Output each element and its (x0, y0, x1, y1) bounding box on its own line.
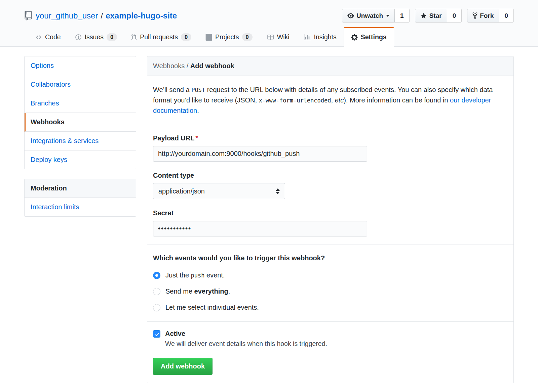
radio-label: Let me select individual events. (165, 304, 259, 311)
repo-title: your_github_user / example-hugo-site (24, 11, 177, 20)
star-label: Star (429, 12, 442, 19)
tab-issues[interactable]: Issues 0 (68, 27, 124, 46)
active-section: Active We will deliver event details whe… (147, 321, 513, 383)
radio-everything[interactable] (153, 288, 160, 295)
star-count[interactable]: 0 (447, 9, 462, 23)
webhook-description: We’ll send a POST request to the URL bel… (153, 84, 506, 118)
events-question: Which events would you like to trigger t… (153, 254, 508, 262)
eye-icon (347, 12, 354, 19)
tab-wiki[interactable]: Wiki (260, 27, 297, 46)
sidebar-item-webhooks[interactable]: Webhooks (25, 113, 136, 132)
description-text: . (197, 107, 199, 114)
breadcrumb: Webhooks / Add webhook (147, 56, 513, 76)
post-code: POST (191, 87, 205, 93)
fork-label: Fork (480, 12, 494, 19)
page-header: your_github_user / example-hugo-site Unw… (0, 0, 538, 47)
repo-name-link[interactable]: example-hugo-site (106, 11, 177, 20)
code-icon (35, 34, 42, 40)
graph-icon (304, 34, 311, 41)
webhook-description-section: We’ll send a POST request to the URL bel… (147, 76, 513, 126)
issues-count-badge: 0 (107, 33, 117, 41)
star-group: Star 0 (415, 9, 462, 23)
tab-label: Code (45, 33, 61, 41)
tab-settings[interactable]: Settings (344, 27, 394, 46)
pull-requests-count-badge: 0 (181, 33, 191, 41)
repo-path-separator: / (101, 11, 103, 20)
settings-menu: Options Collaborators Branches Webhooks … (24, 56, 136, 169)
tab-projects[interactable]: Projects 0 (198, 27, 260, 46)
urlencoded-code: x-www-form-urlencoded (259, 97, 331, 104)
radio-label-text: Just the (165, 271, 191, 279)
active-note: We will deliver event details when this … (165, 340, 508, 348)
everything-bold: everything (194, 288, 228, 295)
select-arrows-icon (276, 188, 280, 194)
tab-label: Insights (314, 33, 337, 41)
fork-icon (472, 12, 477, 19)
fork-group: Fork 0 (467, 9, 514, 23)
pull-request-icon (131, 34, 137, 41)
unwatch-label: Unwatch (356, 12, 383, 19)
etc-emphasis: etc (335, 96, 344, 104)
push-code: push (191, 272, 205, 279)
settings-sidebar: Options Collaborators Branches Webhooks … (24, 56, 136, 217)
watch-count[interactable]: 1 (395, 9, 410, 23)
radio-individual-events[interactable] (153, 304, 160, 311)
payload-url-group: Payload URL* (153, 134, 508, 162)
repo-icon (24, 11, 32, 20)
description-text: We’ll send a (153, 86, 191, 93)
fork-count[interactable]: 0 (499, 9, 514, 23)
event-option-everything: Send me everything. (153, 288, 508, 295)
webhook-panel: Webhooks / Add webhook We’ll send a POST… (147, 56, 514, 383)
tab-insights[interactable]: Insights (297, 27, 344, 46)
issue-icon (75, 34, 82, 41)
event-option-just-push: Just the push event. (153, 271, 508, 279)
project-icon (205, 34, 212, 41)
star-button[interactable]: Star (415, 9, 447, 23)
active-row: Active (153, 330, 508, 338)
required-asterisk: * (195, 134, 198, 142)
breadcrumb-webhooks[interactable]: Webhooks (153, 62, 185, 70)
fork-button[interactable]: Fork (467, 9, 499, 23)
description-text: ). More information can be found in (344, 96, 450, 104)
sidebar-item-integrations-services[interactable]: Integrations & services (25, 132, 136, 150)
projects-count-badge: 0 (242, 33, 253, 41)
repo-nav: Code Issues 0 Pull requests 0 Projects 0… (0, 27, 538, 47)
tab-code[interactable]: Code (28, 27, 68, 46)
star-icon (420, 12, 427, 19)
secret-input[interactable] (153, 221, 367, 236)
active-checkbox[interactable] (153, 330, 160, 338)
tab-pull-requests[interactable]: Pull requests 0 (124, 27, 198, 46)
radio-label: Just the push event. (165, 271, 225, 279)
sidebar-item-options[interactable]: Options (25, 56, 136, 75)
radio-just-push[interactable] (153, 272, 160, 279)
events-section: Which events would you like to trigger t… (147, 245, 513, 321)
radio-label: Send me everything. (165, 288, 230, 295)
watch-group: Unwatch 1 (342, 9, 410, 23)
content-type-group: Content type application/json (153, 172, 508, 199)
sidebar-item-interaction-limits[interactable]: Interaction limits (25, 198, 136, 216)
sidebar-item-collaborators[interactable]: Collaborators (25, 75, 136, 94)
tab-label: Projects (215, 33, 239, 41)
add-webhook-button[interactable]: Add webhook (153, 358, 213, 375)
caret-down-icon (386, 15, 389, 17)
description-text: , (331, 96, 335, 104)
payload-url-label: Payload URL* (153, 134, 508, 142)
tab-label: Settings (361, 33, 387, 41)
tab-label: Wiki (277, 33, 290, 41)
sidebar-item-deploy-keys[interactable]: Deploy keys (25, 150, 136, 169)
tab-label: Pull requests (140, 33, 178, 41)
repo-owner-link[interactable]: your_github_user (36, 11, 98, 20)
moderation-header: Moderation (25, 179, 136, 198)
secret-group: Secret (153, 209, 508, 236)
tab-label: Issues (85, 33, 104, 41)
payload-url-input[interactable] (153, 146, 367, 162)
content-type-label: Content type (153, 172, 508, 179)
webhook-form-section: Payload URL* Content type application/js… (147, 126, 513, 245)
sidebar-item-branches[interactable]: Branches (25, 94, 136, 113)
social-buttons: Unwatch 1 Star 0 Fo (342, 9, 514, 23)
moderation-menu: Moderation Interaction limits (24, 179, 136, 217)
payload-url-label-text: Payload URL (153, 134, 194, 142)
unwatch-button[interactable]: Unwatch (342, 9, 395, 23)
content-type-select[interactable]: application/json (153, 183, 285, 199)
content-type-selected-value: application/json (158, 187, 205, 195)
